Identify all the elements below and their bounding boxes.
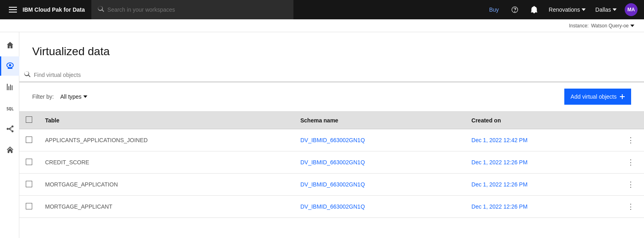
- sidebar-item-sql[interactable]: SQL: [0, 98, 19, 118]
- filter-value: All types: [60, 93, 82, 100]
- svg-rect-0: [9, 7, 17, 8]
- region-label: Dallas: [595, 6, 611, 13]
- row-checkbox-2[interactable]: [26, 181, 32, 187]
- add-button-label: Add virtual objects: [571, 93, 617, 100]
- main-content: Virtualized data Filter by: All types Ad…: [19, 32, 644, 238]
- global-search[interactable]: [91, 0, 293, 19]
- svg-point-6: [12, 130, 14, 132]
- add-virtual-objects-button[interactable]: Add virtual objects: [564, 89, 631, 105]
- user-avatar[interactable]: MA: [625, 3, 638, 16]
- row-more-button-0[interactable]: ⋮: [624, 134, 638, 146]
- instance-name: Watson Query-oe: [591, 23, 629, 29]
- sidebar-item-connections[interactable]: [0, 119, 19, 139]
- row-checkbox-cell-0[interactable]: [19, 129, 39, 151]
- select-all-header[interactable]: [19, 112, 39, 129]
- buy-link[interactable]: Buy: [483, 6, 505, 13]
- row-checkbox-cell-2[interactable]: [19, 174, 39, 196]
- created-col-header: Created on: [465, 112, 617, 129]
- virtual-objects-table: Table Schema name Created on APPLICANTS_…: [19, 112, 644, 218]
- row-created-3: Dec 1, 2022 12:26 PM: [465, 196, 617, 218]
- schema-col-header: Schema name: [294, 112, 465, 129]
- row-checkbox-1[interactable]: [26, 159, 32, 165]
- find-objects-input[interactable]: [34, 72, 639, 78]
- table-row: MORTGAGE_APPLICATION DV_IBMID_663002GN1Q…: [19, 174, 644, 196]
- instance-label: Instance:: [569, 23, 589, 29]
- row-checkbox-3[interactable]: [26, 203, 32, 209]
- row-more-button-2[interactable]: ⋮: [624, 178, 638, 190]
- row-checkbox-cell-1[interactable]: [19, 151, 39, 174]
- svg-text:SQL: SQL: [6, 107, 14, 111]
- instance-selector[interactable]: Watson Query-oe: [591, 23, 634, 29]
- sidebar-item-home[interactable]: [0, 35, 19, 55]
- brand-name: IBM Cloud Pak for Data: [23, 6, 85, 13]
- filter-label: Filter by:: [32, 93, 54, 100]
- row-table-name-1[interactable]: CREDIT_SCORE: [39, 151, 294, 174]
- menu-icon[interactable]: [6, 0, 19, 19]
- type-filter-dropdown[interactable]: All types: [57, 92, 91, 101]
- instance-bar: Instance: Watson Query-oe: [0, 19, 644, 32]
- row-created-0: Dec 1, 2022 12:42 PM: [465, 129, 617, 151]
- svg-rect-2: [9, 12, 17, 12]
- row-schema-1[interactable]: DV_IBMID_663002GN1Q: [294, 151, 465, 174]
- row-schema-0[interactable]: DV_IBMID_663002GN1Q: [294, 129, 465, 151]
- left-sidebar: SQL: [0, 32, 19, 238]
- search-input[interactable]: [107, 6, 287, 13]
- row-created-2: Dec 1, 2022 12:26 PM: [465, 174, 617, 196]
- row-table-name-0[interactable]: APPLICANTS_APPLICATIONS_JOINED: [39, 129, 294, 151]
- svg-point-5: [12, 126, 14, 128]
- row-checkbox-0[interactable]: [26, 137, 32, 143]
- row-table-name-2[interactable]: MORTGAGE_APPLICATION: [39, 174, 294, 196]
- row-schema-3[interactable]: DV_IBMID_663002GN1Q: [294, 196, 465, 218]
- table-row: CREDIT_SCORE DV_IBMID_663002GN1Q Dec 1, …: [19, 151, 644, 174]
- actions-col-header: [617, 112, 644, 129]
- svg-rect-1: [9, 9, 17, 10]
- table-col-header: Table: [39, 112, 294, 129]
- row-actions-0[interactable]: ⋮: [617, 129, 644, 151]
- table-row: APPLICANTS_APPLICATIONS_JOINED DV_IBMID_…: [19, 129, 644, 151]
- sidebar-item-virtualize[interactable]: [0, 56, 19, 76]
- filter-row: Filter by: All types Add virtual objects: [19, 82, 644, 112]
- help-icon[interactable]: [505, 0, 524, 19]
- row-checkbox-cell-3[interactable]: [19, 196, 39, 218]
- top-navigation: IBM Cloud Pak for Data Buy Renovations D…: [0, 0, 644, 19]
- sidebar-item-tools[interactable]: [0, 140, 19, 159]
- page-title: Virtualized data: [32, 45, 631, 58]
- row-schema-2[interactable]: DV_IBMID_663002GN1Q: [294, 174, 465, 196]
- row-actions-3[interactable]: ⋮: [617, 196, 644, 218]
- nav-actions: Buy Renovations Dallas MA: [483, 0, 638, 19]
- row-actions-1[interactable]: ⋮: [617, 151, 644, 174]
- select-all-checkbox[interactable]: [26, 116, 32, 123]
- workspace-label: Renovations: [549, 6, 580, 13]
- find-search-icon: [24, 71, 31, 79]
- table-row: MORTGAGE_APPLICANT DV_IBMID_663002GN1Q D…: [19, 196, 644, 218]
- sidebar-item-analytics[interactable]: [0, 77, 19, 97]
- row-more-button-1[interactable]: ⋮: [624, 156, 638, 168]
- row-more-button-3[interactable]: ⋮: [624, 201, 638, 213]
- workspace-dropdown[interactable]: Renovations: [544, 6, 590, 13]
- search-icon: [98, 6, 104, 14]
- find-objects-search[interactable]: [19, 68, 644, 82]
- svg-point-4: [7, 128, 9, 130]
- notifications-icon[interactable]: [524, 0, 544, 19]
- row-table-name-3[interactable]: MORTGAGE_APPLICANT: [39, 196, 294, 218]
- row-actions-2[interactable]: ⋮: [617, 174, 644, 196]
- region-dropdown[interactable]: Dallas: [590, 6, 621, 13]
- row-created-1: Dec 1, 2022 12:26 PM: [465, 151, 617, 174]
